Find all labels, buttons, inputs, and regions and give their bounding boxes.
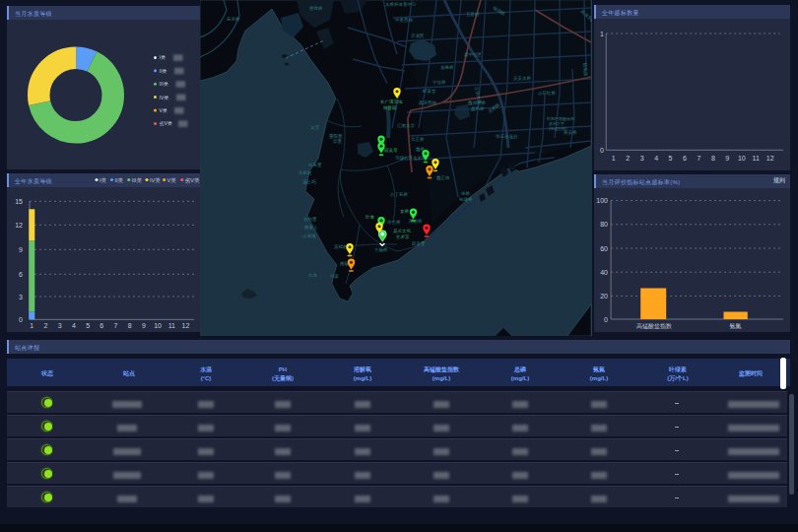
svg-text:PH: PH bbox=[279, 366, 287, 372]
svg-text:III类: III类 bbox=[160, 81, 168, 87]
svg-text:汤公坞: 汤公坞 bbox=[302, 178, 316, 185]
svg-text:科普园: 科普园 bbox=[383, 105, 397, 110]
svg-text:9: 9 bbox=[725, 155, 729, 162]
svg-text:宁佳桥: 宁佳桥 bbox=[432, 80, 446, 85]
svg-text:(°C): (°C) bbox=[201, 375, 212, 381]
svg-text:高锰酸盐指数: 高锰酸盐指数 bbox=[424, 366, 460, 373]
svg-text:溶解氧: 溶解氧 bbox=[353, 366, 371, 373]
svg-text:(mg/L): (mg/L) bbox=[354, 375, 371, 381]
svg-text:7: 7 bbox=[114, 322, 118, 329]
svg-text:五星村: 五星村 bbox=[466, 11, 480, 18]
svg-text:水温: 水温 bbox=[199, 366, 213, 373]
svg-text:状态: 状态 bbox=[40, 369, 53, 377]
svg-text:II类: II类 bbox=[115, 177, 124, 183]
svg-text:2: 2 bbox=[626, 155, 630, 162]
svg-text:60: 60 bbox=[600, 245, 608, 252]
svg-text:IV类: IV类 bbox=[150, 177, 161, 183]
svg-text:白石里: 白石里 bbox=[308, 162, 322, 167]
svg-text:0: 0 bbox=[600, 147, 604, 154]
svg-text:华生桥: 华生桥 bbox=[387, 220, 401, 225]
svg-text:V类: V类 bbox=[160, 107, 167, 113]
svg-text:祝埭桥: 祝埭桥 bbox=[459, 197, 473, 202]
svg-text:15: 15 bbox=[15, 198, 23, 205]
svg-text:北正桥: 北正桥 bbox=[411, 136, 425, 142]
svg-text:青桥: 青桥 bbox=[400, 209, 410, 214]
svg-text:5: 5 bbox=[669, 155, 673, 162]
svg-text:3: 3 bbox=[58, 322, 62, 329]
svg-text:江南大学: 江南大学 bbox=[397, 123, 416, 128]
svg-text:东绛桥: 东绛桥 bbox=[440, 65, 454, 70]
svg-text:长广溪湿地: 长广溪湿地 bbox=[380, 99, 403, 104]
svg-text:监测时间: 监测时间 bbox=[739, 369, 763, 377]
svg-text:9: 9 bbox=[19, 246, 23, 253]
svg-text:大桥外体育中心: 大桥外体育中心 bbox=[385, 1, 417, 7]
svg-text:6: 6 bbox=[19, 271, 23, 278]
svg-text:1: 1 bbox=[600, 31, 604, 37]
svg-text:0: 0 bbox=[19, 316, 23, 323]
svg-text:叶绿素: 叶绿素 bbox=[669, 366, 687, 373]
svg-text:占丁石桥: 占丁石桥 bbox=[390, 191, 409, 197]
svg-text:5: 5 bbox=[86, 322, 90, 329]
svg-text:高锰酸盐指数: 高锰酸盐指数 bbox=[636, 322, 672, 330]
svg-text:(mg/L): (mg/L) bbox=[511, 375, 529, 381]
svg-text:吴运文化: 吴运文化 bbox=[393, 228, 412, 233]
svg-text:劣V类: 劣V类 bbox=[185, 177, 200, 184]
svg-text:12: 12 bbox=[15, 222, 23, 229]
svg-text:9: 9 bbox=[142, 322, 146, 329]
svg-text:无锡程及美术馆: 无锡程及美术馆 bbox=[395, 155, 427, 161]
svg-text:小日红桥: 小日红桥 bbox=[538, 91, 557, 96]
svg-text:沈家: 沈家 bbox=[330, 274, 340, 279]
svg-text:2: 2 bbox=[44, 322, 48, 329]
svg-text:叶巷: 叶巷 bbox=[366, 215, 375, 220]
svg-text:4: 4 bbox=[654, 155, 658, 162]
svg-text:(mg/L): (mg/L) bbox=[590, 375, 608, 381]
svg-text:(无量纲): (无量纲) bbox=[272, 374, 294, 382]
svg-text:20: 20 bbox=[600, 293, 608, 299]
svg-text:6: 6 bbox=[683, 155, 687, 162]
svg-text:总磷: 总磷 bbox=[513, 366, 527, 373]
svg-text:中奥西路: 中奥西路 bbox=[395, 17, 414, 23]
svg-text:氨氮: 氨氮 bbox=[730, 322, 742, 329]
svg-text:小湖浦: 小湖浦 bbox=[302, 233, 316, 238]
svg-text:80: 80 bbox=[600, 221, 608, 228]
svg-text:11: 11 bbox=[168, 322, 175, 329]
svg-text:(无锡分校): (无锡分校) bbox=[549, 126, 567, 131]
svg-text:薛家里: 薛家里 bbox=[412, 241, 426, 246]
svg-text:V类: V类 bbox=[167, 177, 177, 183]
svg-text:11: 11 bbox=[753, 155, 760, 162]
svg-text:古杨桥: 古杨桥 bbox=[374, 247, 388, 252]
svg-text:郁家寨: 郁家寨 bbox=[422, 89, 436, 94]
svg-text:张桥: 张桥 bbox=[461, 191, 471, 196]
svg-text:7: 7 bbox=[697, 155, 700, 162]
svg-text:石浪桥: 石浪桥 bbox=[227, 16, 240, 22]
svg-text:12: 12 bbox=[766, 155, 774, 162]
svg-text:12: 12 bbox=[182, 322, 190, 329]
svg-text:6: 6 bbox=[100, 322, 103, 329]
svg-text:大浮: 大浮 bbox=[310, 124, 320, 130]
svg-text:1: 1 bbox=[612, 155, 616, 162]
svg-text:4: 4 bbox=[72, 322, 76, 329]
svg-text:III类: III类 bbox=[132, 177, 143, 183]
svg-text:九龙: 九龙 bbox=[308, 273, 318, 278]
svg-text:10: 10 bbox=[154, 322, 162, 329]
svg-text:I类: I类 bbox=[100, 177, 107, 183]
svg-text:容里: 容里 bbox=[333, 139, 343, 144]
svg-text:100: 100 bbox=[596, 197, 608, 204]
svg-text:劣V类: 劣V类 bbox=[160, 120, 172, 127]
svg-text:滨湖区: 滨湖区 bbox=[411, 33, 425, 38]
svg-text:渔港桥: 渔港桥 bbox=[309, 6, 323, 11]
svg-text:艺术宫: 艺术宫 bbox=[396, 234, 410, 239]
svg-text:I类: I类 bbox=[160, 54, 166, 60]
svg-text:天安大桥: 天安大桥 bbox=[513, 76, 532, 81]
svg-text:梁中社区: 梁中社区 bbox=[464, 51, 483, 57]
svg-text:站点: 站点 bbox=[122, 369, 135, 377]
svg-text:8: 8 bbox=[711, 155, 715, 162]
svg-text:II类: II类 bbox=[160, 68, 167, 74]
svg-text:南泰上: 南泰上 bbox=[304, 225, 318, 230]
svg-text:IV类: IV类 bbox=[160, 95, 169, 100]
svg-text:8: 8 bbox=[128, 322, 132, 329]
svg-text:0: 0 bbox=[604, 316, 608, 323]
svg-text:(mg/L): (mg/L) bbox=[432, 375, 450, 381]
svg-text:园美居: 园美居 bbox=[384, 148, 398, 153]
svg-text:3: 3 bbox=[19, 294, 23, 300]
